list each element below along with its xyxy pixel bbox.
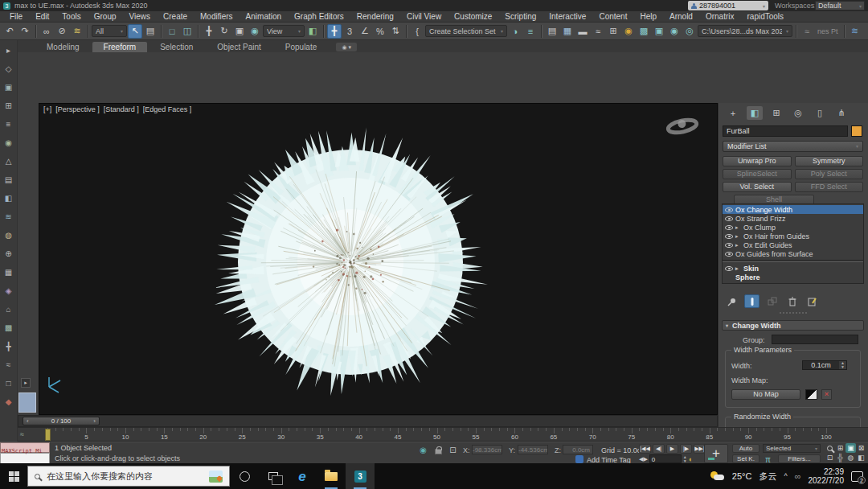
ribbon-tab-selection[interactable]: Selection (149, 42, 204, 52)
key-clock-icon[interactable]: ◐ (689, 455, 693, 463)
stack-item-ox-hair-from-guides[interactable]: ▸Ox Hair from Guides (723, 232, 863, 240)
left-toolbar-icon-4[interactable]: ⊞ (3, 100, 14, 111)
play-icon[interactable]: ▶ (666, 444, 678, 454)
visibility-eye-icon[interactable] (725, 266, 733, 271)
zoom-region-icon[interactable]: ⊡ (825, 453, 835, 462)
align-icon[interactable]: ≡ (523, 24, 538, 39)
ribbon-tab-freeform[interactable]: Freeform (92, 42, 148, 52)
select-and-place-icon[interactable]: ◉ (248, 24, 262, 39)
bind-to-space-warp-icon[interactable]: ≋ (70, 24, 84, 39)
left-toolbar-icon-9[interactable]: ◧ (3, 192, 14, 203)
frame-spinner-arrows-icon[interactable]: ▲▼ (683, 455, 687, 463)
visibility-eye-icon[interactable] (725, 208, 733, 212)
menu-rendering[interactable]: Rendering (350, 11, 400, 23)
left-toolbar-icon-7[interactable]: △ (3, 155, 14, 166)
use-pivot-point-center-icon[interactable]: ◧ (305, 24, 320, 39)
percent-snap-toggle-icon[interactable]: % (373, 24, 387, 39)
left-toolbar-icon-18[interactable]: ≈ (3, 359, 14, 370)
modifier-button-unwrap-pro[interactable]: Unwrap Pro (723, 156, 792, 166)
x-coordinate-field[interactable]: -98.336cm (472, 445, 502, 454)
workspace-dropdown[interactable]: Default ▾ (815, 1, 865, 10)
panel-tab-display[interactable]: ▯ (812, 106, 828, 120)
previous-key-icon[interactable]: ‹ (27, 417, 29, 425)
left-toolbar-icon-11[interactable]: ◍ (3, 229, 14, 240)
left-toolbar-icon-13[interactable]: ▦ (3, 266, 14, 277)
set-key-button[interactable]: Set K. (732, 454, 760, 463)
make-unique-icon[interactable] (764, 294, 780, 308)
taskbar-cortana-button[interactable] (230, 463, 259, 489)
spinner-arrows-icon[interactable]: ▲▼ (839, 361, 846, 369)
ribbon-tab-modeling[interactable]: Modeling (35, 42, 91, 52)
time-slider-handle[interactable]: ‹ 0 / 100 › (23, 417, 100, 425)
left-toolbar-icon-3[interactable]: ▣ (3, 81, 14, 92)
spinner-snap-toggle-icon[interactable]: ⇅ (388, 24, 403, 39)
left-toolbar-icon-2[interactable]: ◇ (3, 63, 14, 74)
rollout-change-width-header[interactable]: ▾ Change Width (722, 320, 864, 331)
menu-edit[interactable]: Edit (29, 11, 55, 23)
material-editor-icon[interactable]: ◉ (621, 24, 636, 39)
panel-tab-modify[interactable]: ◧ (747, 106, 763, 120)
snaps-toggle-icon[interactable]: 3 (342, 24, 357, 39)
width-map-button[interactable]: No Map (731, 389, 800, 400)
menu-ornatrix[interactable]: Ornatrix (699, 11, 741, 23)
remove-modifier-icon[interactable] (784, 294, 800, 308)
tray-link-icon[interactable]: ∞ (795, 471, 801, 481)
news-weather-icon[interactable] (209, 471, 223, 483)
menu-arnold[interactable]: Arnold (663, 11, 699, 23)
left-toolbar-icon-19[interactable]: □ (3, 377, 14, 388)
taskbar-3dsmax-button[interactable]: 3 (346, 463, 375, 489)
visibility-eye-icon[interactable] (725, 234, 733, 239)
unlink-selection-icon[interactable]: ⊘ (55, 24, 69, 39)
left-toolbar-icon-17[interactable]: ╋ (3, 340, 14, 351)
orbit-icon[interactable]: ◍ (845, 453, 856, 462)
object-color-swatch[interactable] (851, 125, 862, 137)
viewport-layout-expand-button[interactable]: ▸ (21, 378, 31, 388)
expand-arrow-icon[interactable]: ▸ (735, 242, 741, 249)
project-folder-dropdown[interactable]: C:\Users\28...ds Max 2020▾ (698, 25, 792, 37)
window-crossing-toggle-icon[interactable]: ◫ (180, 24, 194, 39)
zoom-extents-icon[interactable]: ▣ (845, 443, 856, 453)
clock[interactable]: 22:39 2022/7/20 (809, 467, 845, 485)
menu-customize[interactable]: Customize (448, 11, 498, 23)
weather-desc[interactable]: 多云 (759, 471, 776, 483)
weather-temp[interactable]: 25°C (732, 471, 752, 481)
select-by-name-icon[interactable]: ▤ (143, 24, 158, 39)
modifier-button-vol-select[interactable]: Vol. Select (723, 182, 792, 192)
undo-icon[interactable]: ↶ (2, 24, 17, 39)
previous-frame-icon[interactable]: ◀| (653, 444, 665, 454)
selection-filter-dropdown[interactable]: All▾ (92, 25, 127, 37)
menu-scripting[interactable]: Scripting (498, 11, 542, 23)
stack-item-ox-guides-from-surface[interactable]: Ox Guides from Surface (723, 249, 863, 258)
visibility-eye-icon[interactable] (725, 216, 733, 221)
left-toolbar-icon-8[interactable]: ▤ (3, 174, 14, 185)
curve-editor-icon[interactable]: ≈ (591, 24, 605, 39)
viewcube[interactable] (667, 117, 698, 134)
maximize-viewport-icon[interactable]: ◧ (856, 453, 866, 462)
menu-graph-editors[interactable]: Graph Editors (288, 11, 350, 23)
stack-item-ox-edit-guides[interactable]: ▸Ox Edit Guides (723, 240, 863, 249)
render-setup-icon[interactable]: ▩ (637, 24, 651, 39)
menu-views[interactable]: Views (123, 11, 158, 23)
left-toolbar-icon-15[interactable]: ⌂ (3, 303, 14, 314)
stack-item-sphere[interactable]: Sphere (723, 273, 863, 281)
left-toolbar-icon-16[interactable]: ▩ (3, 322, 14, 333)
selection-lock-icon[interactable] (435, 449, 442, 454)
stack-item-ox-clump[interactable]: ▸Ox Clump (723, 223, 863, 232)
redo-icon[interactable]: ↷ (18, 24, 32, 39)
menu-help[interactable]: Help (633, 11, 663, 23)
pin-stack-icon[interactable] (724, 294, 739, 308)
expand-arrow-icon[interactable]: ▸ (735, 265, 741, 272)
taskbar-ie-button[interactable]: e (288, 463, 317, 489)
select-and-link-icon[interactable]: ∞ (39, 24, 54, 39)
zoom-all-icon[interactable]: ⊞ (835, 443, 845, 453)
select-and-scale-icon[interactable]: ▣ (232, 24, 247, 39)
ribbon-tab-object-paint[interactable]: Object Paint (206, 42, 272, 52)
auto-key-button[interactable]: Auto (732, 444, 760, 453)
menu-file[interactable]: File (3, 11, 29, 23)
render-in-cloud-icon[interactable]: ◎ (682, 24, 697, 39)
left-toolbar-icon-20[interactable]: ◆ (3, 396, 14, 407)
menu-group[interactable]: Group (88, 11, 123, 23)
panel-tab-create[interactable]: + (725, 106, 741, 120)
viewport-menu-style[interactable]: [Standard ] (104, 105, 139, 113)
panel-tab-hierarchy[interactable]: ⊞ (768, 106, 784, 120)
